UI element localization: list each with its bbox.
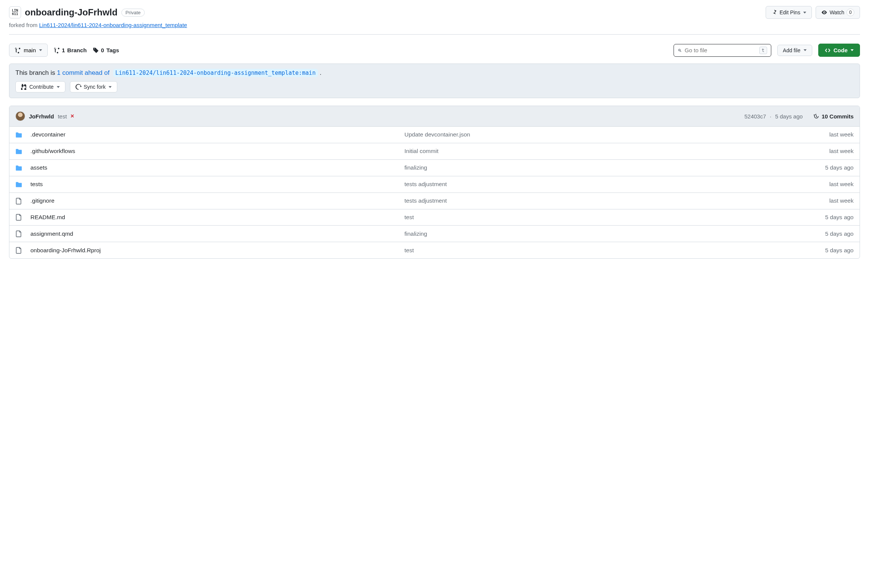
branch-label: main — [24, 47, 36, 53]
history-icon — [813, 113, 819, 119]
watch-button[interactable]: Watch 0 — [816, 6, 860, 19]
folder-icon — [15, 131, 26, 138]
file-row: .gitignoretests adjustmentlast week — [9, 193, 860, 209]
file-row: .github/workflowsInitial commitlast week — [9, 143, 860, 160]
file-icon — [15, 214, 26, 221]
tag-word: Tags — [106, 47, 119, 53]
fork-status-suffix: . — [318, 69, 321, 76]
file-listing: JoFrhwld test × 52403c7 · 5 days ago 10 … — [9, 106, 860, 259]
file-name[interactable]: .gitignore — [30, 197, 400, 204]
file-time: last week — [778, 148, 854, 155]
caret-down-icon — [39, 49, 42, 51]
file-name[interactable]: onboarding-JoFrhwld.Rproj — [30, 247, 400, 254]
file-time: last week — [778, 181, 854, 188]
file-row: onboarding-JoFrhwld.Rprojtest5 days ago — [9, 242, 860, 258]
go-to-file[interactable]: t — [674, 44, 771, 57]
tag-icon — [93, 47, 99, 53]
edit-pins-button[interactable]: Edit Pins — [766, 6, 812, 19]
file-name[interactable]: README.md — [30, 214, 400, 221]
file-row: assignment.qmdfinalizing5 days ago — [9, 226, 860, 242]
sync-label: Sync fork — [84, 84, 106, 90]
forked-from: forked from Lin611-2024/lin611-2024-onbo… — [9, 22, 860, 34]
repo-title-wrap: LIN 611 onboarding-JoFrhwld Private — [9, 6, 145, 18]
git-branch-icon — [15, 47, 21, 53]
avatar[interactable] — [15, 111, 25, 121]
commit-sep: · — [770, 113, 771, 120]
file-name[interactable]: assignment.qmd — [30, 230, 400, 237]
branch-word: Branch — [67, 47, 87, 53]
key-hint: t — [759, 47, 767, 54]
file-commit-message[interactable]: tests adjustment — [404, 181, 774, 188]
forked-link[interactable]: Lin611-2024/lin611-2024-onboarding-assig… — [39, 22, 187, 28]
fork-status-box: This branch is 1 commit ahead of Lin611-… — [9, 64, 860, 98]
file-icon — [15, 230, 26, 237]
commit-time: 5 days ago — [775, 113, 802, 120]
file-commit-message[interactable]: tests adjustment — [404, 197, 774, 204]
contribute-button[interactable]: Contribute — [15, 81, 65, 92]
file-name[interactable]: assets — [30, 164, 400, 171]
pin-icon — [771, 9, 777, 15]
forked-prefix: forked from — [9, 22, 39, 28]
branches-link[interactable]: 1 Branch — [54, 47, 87, 53]
avatar-line2: 611 — [12, 12, 18, 16]
repo-avatar[interactable]: LIN 611 — [9, 6, 21, 18]
file-commit-message[interactable]: test — [404, 214, 774, 221]
fork-status-prefix: This branch is — [15, 69, 57, 76]
file-row: README.mdtest5 days ago — [9, 209, 860, 226]
file-time: 5 days ago — [778, 247, 854, 254]
action-row: main 1 Branch 0 Tags t Add file Code — [9, 44, 860, 57]
ahead-link[interactable]: 1 commit ahead of — [57, 69, 110, 76]
file-row: assetsfinalizing5 days ago — [9, 160, 860, 176]
folder-icon — [15, 148, 26, 155]
divider — [9, 34, 860, 35]
folder-icon — [15, 164, 26, 171]
latest-commit-row: JoFrhwld test × 52403c7 · 5 days ago 10 … — [9, 106, 860, 127]
status-fail-icon[interactable]: × — [71, 113, 74, 120]
add-file-label: Add file — [783, 47, 801, 53]
file-commit-message[interactable]: Initial commit — [404, 148, 774, 155]
git-branch-icon — [54, 47, 60, 53]
file-time: 5 days ago — [778, 230, 854, 237]
file-commit-message[interactable]: test — [404, 247, 774, 254]
commit-sha[interactable]: 52403c7 — [745, 113, 766, 120]
code-label: Code — [834, 47, 848, 53]
branch-count: 1 — [62, 47, 65, 53]
file-commit-message[interactable]: finalizing — [404, 230, 774, 237]
contribute-label: Contribute — [29, 84, 54, 90]
edit-pins-label: Edit Pins — [780, 9, 800, 15]
tags-link[interactable]: 0 Tags — [93, 47, 119, 53]
tag-count: 0 — [101, 47, 104, 53]
branch-select[interactable]: main — [9, 44, 48, 57]
watch-count: 0 — [846, 9, 854, 16]
compare-ref[interactable]: Lin611-2024/lin611-2024-onboarding-assig… — [113, 69, 318, 77]
caret-down-icon — [851, 49, 854, 51]
file-name[interactable]: .devcontainer — [30, 131, 400, 138]
file-row: teststests adjustmentlast week — [9, 176, 860, 193]
repo-name[interactable]: onboarding-JoFrhwld — [25, 7, 118, 18]
file-icon — [15, 197, 26, 205]
file-commit-message[interactable]: finalizing — [404, 164, 774, 171]
caret-down-icon — [109, 86, 112, 88]
file-time: last week — [778, 197, 854, 204]
sync-icon — [76, 84, 82, 90]
code-button[interactable]: Code — [818, 44, 860, 57]
header-actions: Edit Pins Watch 0 — [766, 6, 860, 19]
go-to-file-input[interactable] — [685, 47, 756, 53]
commit-message[interactable]: test — [58, 113, 67, 120]
file-name[interactable]: .github/workflows — [30, 148, 400, 155]
history-link[interactable]: 10 Commits — [813, 113, 854, 120]
folder-icon — [15, 181, 26, 188]
sync-fork-button[interactable]: Sync fork — [70, 81, 117, 92]
file-time: 5 days ago — [778, 214, 854, 221]
fork-actions: Contribute Sync fork — [15, 81, 854, 92]
file-time: 5 days ago — [778, 164, 854, 171]
eye-icon — [821, 9, 827, 15]
watch-label: Watch — [830, 9, 844, 15]
code-icon — [825, 47, 831, 53]
add-file-button[interactable]: Add file — [777, 45, 812, 56]
search-icon — [678, 47, 682, 53]
file-commit-message[interactable]: Update devcontainer.json — [404, 131, 774, 138]
commit-author[interactable]: JoFrhwld — [29, 113, 54, 120]
file-name[interactable]: tests — [30, 181, 400, 188]
caret-down-icon — [57, 86, 60, 88]
